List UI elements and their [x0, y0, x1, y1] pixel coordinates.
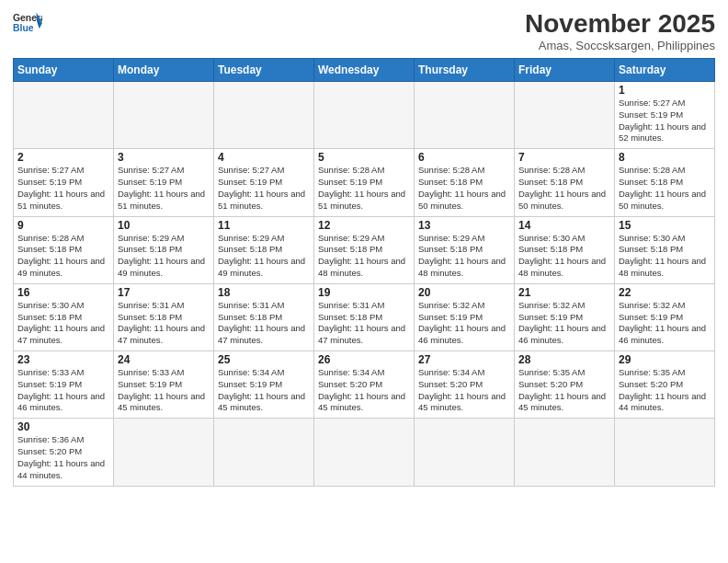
calendar-cell: 20Sunrise: 5:32 AM Sunset: 5:19 PM Dayli… — [415, 283, 515, 350]
day-info: Sunrise: 5:31 AM Sunset: 5:18 PM Dayligh… — [218, 300, 310, 347]
day-number: 16 — [17, 286, 109, 299]
month-title: November 2025 — [525, 9, 715, 39]
calendar-cell: 19Sunrise: 5:31 AM Sunset: 5:18 PM Dayli… — [314, 283, 415, 350]
day-number: 23 — [17, 353, 109, 366]
calendar-cell: 13Sunrise: 5:29 AM Sunset: 5:18 PM Dayli… — [415, 216, 515, 283]
day-info: Sunrise: 5:33 AM Sunset: 5:19 PM Dayligh… — [118, 367, 210, 414]
day-number: 10 — [118, 219, 210, 232]
day-number: 17 — [118, 286, 210, 299]
calendar-week-3: 9Sunrise: 5:28 AM Sunset: 5:18 PM Daylig… — [14, 216, 715, 283]
calendar-cell — [214, 82, 314, 149]
calendar-cell: 24Sunrise: 5:33 AM Sunset: 5:19 PM Dayli… — [114, 351, 214, 419]
day-number: 21 — [518, 286, 610, 299]
col-header-monday: Monday — [114, 59, 214, 82]
calendar-cell — [114, 419, 214, 486]
col-header-sunday: Sunday — [14, 59, 114, 82]
day-info: Sunrise: 5:30 AM Sunset: 5:18 PM Dayligh… — [619, 233, 711, 280]
page: General Blue November 2025 Amas, Soccsks… — [0, 0, 728, 563]
day-number: 18 — [218, 286, 310, 299]
day-number: 12 — [318, 219, 410, 232]
day-number: 25 — [218, 353, 310, 366]
calendar-cell — [615, 419, 715, 486]
day-info: Sunrise: 5:34 AM Sunset: 5:20 PM Dayligh… — [418, 367, 510, 414]
calendar-header-row: SundayMondayTuesdayWednesdayThursdayFrid… — [14, 59, 715, 82]
day-number: 20 — [418, 286, 510, 299]
day-info: Sunrise: 5:27 AM Sunset: 5:19 PM Dayligh… — [17, 165, 109, 212]
svg-text:Blue: Blue — [13, 23, 34, 33]
col-header-saturday: Saturday — [615, 59, 715, 82]
calendar-cell — [415, 419, 515, 486]
day-info: Sunrise: 5:30 AM Sunset: 5:18 PM Dayligh… — [518, 233, 610, 280]
calendar-cell — [214, 419, 314, 486]
day-info: Sunrise: 5:34 AM Sunset: 5:19 PM Dayligh… — [218, 367, 310, 414]
calendar-cell: 5Sunrise: 5:28 AM Sunset: 5:19 PM Daylig… — [314, 149, 415, 216]
day-info: Sunrise: 5:29 AM Sunset: 5:18 PM Dayligh… — [418, 233, 510, 280]
day-info: Sunrise: 5:34 AM Sunset: 5:20 PM Dayligh… — [318, 367, 410, 414]
calendar-week-2: 2Sunrise: 5:27 AM Sunset: 5:19 PM Daylig… — [14, 149, 715, 216]
calendar-cell: 7Sunrise: 5:28 AM Sunset: 5:18 PM Daylig… — [515, 149, 615, 216]
calendar-cell — [114, 82, 214, 149]
day-info: Sunrise: 5:33 AM Sunset: 5:19 PM Dayligh… — [17, 367, 109, 414]
calendar-cell: 1Sunrise: 5:27 AM Sunset: 5:19 PM Daylig… — [615, 82, 715, 149]
calendar-cell: 8Sunrise: 5:28 AM Sunset: 5:18 PM Daylig… — [615, 149, 715, 216]
day-info: Sunrise: 5:27 AM Sunset: 5:19 PM Dayligh… — [619, 98, 711, 144]
day-number: 26 — [318, 353, 410, 366]
day-info: Sunrise: 5:29 AM Sunset: 5:18 PM Dayligh… — [218, 233, 310, 280]
day-info: Sunrise: 5:28 AM Sunset: 5:19 PM Dayligh… — [318, 165, 410, 212]
location: Amas, Soccsksargen, Philippines — [525, 39, 715, 52]
day-number: 4 — [218, 151, 310, 164]
calendar-cell: 6Sunrise: 5:28 AM Sunset: 5:18 PM Daylig… — [415, 149, 515, 216]
day-info: Sunrise: 5:28 AM Sunset: 5:18 PM Dayligh… — [17, 233, 109, 280]
calendar-cell — [515, 82, 615, 149]
day-number: 29 — [619, 353, 711, 366]
day-number: 5 — [318, 151, 410, 164]
day-info: Sunrise: 5:32 AM Sunset: 5:19 PM Dayligh… — [619, 300, 711, 347]
calendar-cell: 21Sunrise: 5:32 AM Sunset: 5:19 PM Dayli… — [515, 283, 615, 350]
calendar-cell: 12Sunrise: 5:29 AM Sunset: 5:18 PM Dayli… — [314, 216, 415, 283]
day-info: Sunrise: 5:28 AM Sunset: 5:18 PM Dayligh… — [518, 165, 610, 212]
logo: General Blue — [13, 9, 42, 35]
col-header-thursday: Thursday — [415, 59, 515, 82]
day-number: 9 — [17, 219, 109, 232]
day-number: 15 — [619, 219, 711, 232]
calendar-cell: 15Sunrise: 5:30 AM Sunset: 5:18 PM Dayli… — [615, 216, 715, 283]
calendar-cell: 17Sunrise: 5:31 AM Sunset: 5:18 PM Dayli… — [114, 283, 214, 350]
day-info: Sunrise: 5:31 AM Sunset: 5:18 PM Dayligh… — [118, 300, 210, 347]
day-number: 24 — [118, 353, 210, 366]
calendar-cell — [314, 82, 415, 149]
calendar-cell: 3Sunrise: 5:27 AM Sunset: 5:19 PM Daylig… — [114, 149, 214, 216]
calendar-cell: 18Sunrise: 5:31 AM Sunset: 5:18 PM Dayli… — [214, 283, 314, 350]
day-number: 19 — [318, 286, 410, 299]
calendar-week-1: 1Sunrise: 5:27 AM Sunset: 5:19 PM Daylig… — [14, 82, 715, 149]
calendar-cell — [14, 82, 114, 149]
day-number: 14 — [518, 219, 610, 232]
day-info: Sunrise: 5:28 AM Sunset: 5:18 PM Dayligh… — [418, 165, 510, 212]
calendar-week-5: 23Sunrise: 5:33 AM Sunset: 5:19 PM Dayli… — [14, 351, 715, 419]
calendar-cell: 9Sunrise: 5:28 AM Sunset: 5:18 PM Daylig… — [14, 216, 114, 283]
day-number: 6 — [418, 151, 510, 164]
calendar-week-6: 30Sunrise: 5:36 AM Sunset: 5:20 PM Dayli… — [14, 419, 715, 486]
day-info: Sunrise: 5:29 AM Sunset: 5:18 PM Dayligh… — [118, 233, 210, 280]
day-number: 22 — [619, 286, 711, 299]
day-number: 11 — [218, 219, 310, 232]
day-number: 8 — [619, 151, 711, 164]
calendar-cell — [314, 419, 415, 486]
day-info: Sunrise: 5:32 AM Sunset: 5:19 PM Dayligh… — [418, 300, 510, 347]
calendar: SundayMondayTuesdayWednesdayThursdayFrid… — [13, 58, 715, 487]
col-header-tuesday: Tuesday — [214, 59, 314, 82]
day-number: 7 — [518, 151, 610, 164]
calendar-cell: 22Sunrise: 5:32 AM Sunset: 5:19 PM Dayli… — [615, 283, 715, 350]
day-number: 13 — [418, 219, 510, 232]
calendar-cell: 28Sunrise: 5:35 AM Sunset: 5:20 PM Dayli… — [515, 351, 615, 419]
day-number: 28 — [518, 353, 610, 366]
calendar-cell — [415, 82, 515, 149]
day-number: 1 — [619, 84, 711, 97]
calendar-cell: 29Sunrise: 5:35 AM Sunset: 5:20 PM Dayli… — [615, 351, 715, 419]
calendar-cell: 16Sunrise: 5:30 AM Sunset: 5:18 PM Dayli… — [14, 283, 114, 350]
day-info: Sunrise: 5:32 AM Sunset: 5:19 PM Dayligh… — [518, 300, 610, 347]
day-info: Sunrise: 5:35 AM Sunset: 5:20 PM Dayligh… — [619, 367, 711, 414]
generalblue-logo-icon: General Blue — [13, 9, 42, 35]
calendar-cell: 25Sunrise: 5:34 AM Sunset: 5:19 PM Dayli… — [214, 351, 314, 419]
col-header-wednesday: Wednesday — [314, 59, 415, 82]
calendar-week-4: 16Sunrise: 5:30 AM Sunset: 5:18 PM Dayli… — [14, 283, 715, 350]
